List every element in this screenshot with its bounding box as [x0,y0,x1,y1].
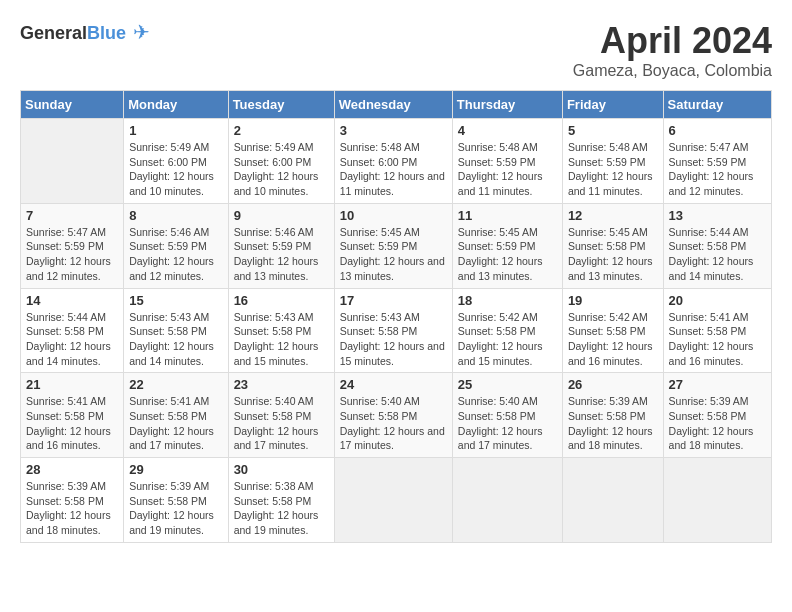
calendar-cell: 2Sunrise: 5:49 AMSunset: 6:00 PMDaylight… [228,119,334,204]
day-number: 24 [340,377,447,392]
day-number: 11 [458,208,557,223]
day-info: Sunrise: 5:40 AMSunset: 5:58 PMDaylight:… [340,394,447,453]
column-header-thursday: Thursday [452,91,562,119]
calendar-cell [334,458,452,543]
calendar-cell: 14Sunrise: 5:44 AMSunset: 5:58 PMDayligh… [21,288,124,373]
column-header-friday: Friday [562,91,663,119]
day-number: 23 [234,377,329,392]
calendar-cell: 22Sunrise: 5:41 AMSunset: 5:58 PMDayligh… [124,373,228,458]
day-info: Sunrise: 5:43 AMSunset: 5:58 PMDaylight:… [129,310,222,369]
day-info: Sunrise: 5:44 AMSunset: 5:58 PMDaylight:… [26,310,118,369]
calendar-cell [21,119,124,204]
title-area: April 2024 Gameza, Boyaca, Colombia [573,20,772,80]
day-number: 20 [669,293,766,308]
calendar-cell: 16Sunrise: 5:43 AMSunset: 5:58 PMDayligh… [228,288,334,373]
day-info: Sunrise: 5:47 AMSunset: 5:59 PMDaylight:… [26,225,118,284]
calendar-cell: 28Sunrise: 5:39 AMSunset: 5:58 PMDayligh… [21,458,124,543]
month-year-title: April 2024 [573,20,772,62]
day-info: Sunrise: 5:42 AMSunset: 5:58 PMDaylight:… [458,310,557,369]
day-info: Sunrise: 5:41 AMSunset: 5:58 PMDaylight:… [26,394,118,453]
day-info: Sunrise: 5:46 AMSunset: 5:59 PMDaylight:… [129,225,222,284]
day-number: 21 [26,377,118,392]
day-number: 1 [129,123,222,138]
day-info: Sunrise: 5:48 AMSunset: 5:59 PMDaylight:… [568,140,658,199]
logo: GeneralBlue ✈ [20,20,150,44]
day-info: Sunrise: 5:39 AMSunset: 5:58 PMDaylight:… [26,479,118,538]
day-number: 10 [340,208,447,223]
day-info: Sunrise: 5:39 AMSunset: 5:58 PMDaylight:… [669,394,766,453]
day-number: 7 [26,208,118,223]
calendar-cell: 12Sunrise: 5:45 AMSunset: 5:58 PMDayligh… [562,203,663,288]
location-subtitle: Gameza, Boyaca, Colombia [573,62,772,80]
calendar-cell: 8Sunrise: 5:46 AMSunset: 5:59 PMDaylight… [124,203,228,288]
day-info: Sunrise: 5:47 AMSunset: 5:59 PMDaylight:… [669,140,766,199]
day-number: 19 [568,293,658,308]
calendar-cell: 25Sunrise: 5:40 AMSunset: 5:58 PMDayligh… [452,373,562,458]
day-info: Sunrise: 5:49 AMSunset: 6:00 PMDaylight:… [234,140,329,199]
day-info: Sunrise: 5:38 AMSunset: 5:58 PMDaylight:… [234,479,329,538]
calendar-cell: 20Sunrise: 5:41 AMSunset: 5:58 PMDayligh… [663,288,771,373]
column-header-wednesday: Wednesday [334,91,452,119]
calendar-header-row: SundayMondayTuesdayWednesdayThursdayFrid… [21,91,772,119]
day-number: 17 [340,293,447,308]
calendar-body: 1Sunrise: 5:49 AMSunset: 6:00 PMDaylight… [21,119,772,543]
calendar-cell: 23Sunrise: 5:40 AMSunset: 5:58 PMDayligh… [228,373,334,458]
day-number: 13 [669,208,766,223]
day-number: 26 [568,377,658,392]
week-row-4: 21Sunrise: 5:41 AMSunset: 5:58 PMDayligh… [21,373,772,458]
day-number: 9 [234,208,329,223]
day-number: 15 [129,293,222,308]
day-info: Sunrise: 5:48 AMSunset: 5:59 PMDaylight:… [458,140,557,199]
day-info: Sunrise: 5:41 AMSunset: 5:58 PMDaylight:… [129,394,222,453]
calendar-cell: 6Sunrise: 5:47 AMSunset: 5:59 PMDaylight… [663,119,771,204]
calendar-cell [663,458,771,543]
day-number: 16 [234,293,329,308]
day-number: 5 [568,123,658,138]
calendar-table: SundayMondayTuesdayWednesdayThursdayFrid… [20,90,772,543]
calendar-cell: 18Sunrise: 5:42 AMSunset: 5:58 PMDayligh… [452,288,562,373]
column-header-saturday: Saturday [663,91,771,119]
day-info: Sunrise: 5:40 AMSunset: 5:58 PMDaylight:… [458,394,557,453]
logo-general: General [20,23,87,43]
day-number: 4 [458,123,557,138]
day-number: 29 [129,462,222,477]
calendar-cell: 10Sunrise: 5:45 AMSunset: 5:59 PMDayligh… [334,203,452,288]
logo-bird-icon: ✈ [133,21,150,43]
week-row-1: 1Sunrise: 5:49 AMSunset: 6:00 PMDaylight… [21,119,772,204]
calendar-cell: 24Sunrise: 5:40 AMSunset: 5:58 PMDayligh… [334,373,452,458]
header: GeneralBlue ✈ April 2024 Gameza, Boyaca,… [20,20,772,80]
day-number: 8 [129,208,222,223]
day-info: Sunrise: 5:45 AMSunset: 5:58 PMDaylight:… [568,225,658,284]
column-header-monday: Monday [124,91,228,119]
calendar-cell: 7Sunrise: 5:47 AMSunset: 5:59 PMDaylight… [21,203,124,288]
day-number: 27 [669,377,766,392]
day-number: 14 [26,293,118,308]
day-number: 12 [568,208,658,223]
calendar-cell: 30Sunrise: 5:38 AMSunset: 5:58 PMDayligh… [228,458,334,543]
logo-blue: Blue [87,23,126,43]
day-number: 3 [340,123,447,138]
day-number: 22 [129,377,222,392]
calendar-cell: 19Sunrise: 5:42 AMSunset: 5:58 PMDayligh… [562,288,663,373]
day-number: 2 [234,123,329,138]
day-info: Sunrise: 5:42 AMSunset: 5:58 PMDaylight:… [568,310,658,369]
calendar-cell [452,458,562,543]
calendar-cell: 17Sunrise: 5:43 AMSunset: 5:58 PMDayligh… [334,288,452,373]
calendar-cell: 21Sunrise: 5:41 AMSunset: 5:58 PMDayligh… [21,373,124,458]
calendar-cell: 15Sunrise: 5:43 AMSunset: 5:58 PMDayligh… [124,288,228,373]
calendar-cell: 13Sunrise: 5:44 AMSunset: 5:58 PMDayligh… [663,203,771,288]
calendar-cell: 4Sunrise: 5:48 AMSunset: 5:59 PMDaylight… [452,119,562,204]
day-info: Sunrise: 5:48 AMSunset: 6:00 PMDaylight:… [340,140,447,199]
day-info: Sunrise: 5:45 AMSunset: 5:59 PMDaylight:… [458,225,557,284]
calendar-cell [562,458,663,543]
calendar-cell: 27Sunrise: 5:39 AMSunset: 5:58 PMDayligh… [663,373,771,458]
day-number: 6 [669,123,766,138]
day-info: Sunrise: 5:39 AMSunset: 5:58 PMDaylight:… [568,394,658,453]
day-number: 25 [458,377,557,392]
day-info: Sunrise: 5:40 AMSunset: 5:58 PMDaylight:… [234,394,329,453]
calendar-cell: 11Sunrise: 5:45 AMSunset: 5:59 PMDayligh… [452,203,562,288]
day-number: 18 [458,293,557,308]
week-row-5: 28Sunrise: 5:39 AMSunset: 5:58 PMDayligh… [21,458,772,543]
calendar-cell: 9Sunrise: 5:46 AMSunset: 5:59 PMDaylight… [228,203,334,288]
day-info: Sunrise: 5:43 AMSunset: 5:58 PMDaylight:… [340,310,447,369]
